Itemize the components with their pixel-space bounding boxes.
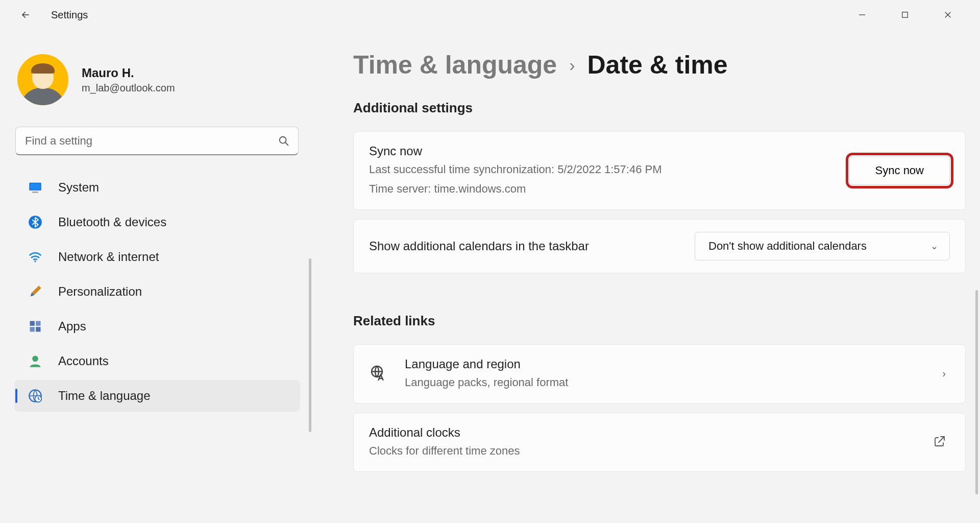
svg-rect-9 — [32, 192, 38, 193]
app-title: Settings — [51, 9, 88, 21]
user-name: Mauro H. — [82, 66, 175, 80]
additional-clocks-link[interactable]: Additional clocks Clocks for different t… — [353, 413, 966, 472]
breadcrumb-current: Date & time — [587, 50, 728, 80]
nav-list: System Bluetooth & devices Network & int… — [14, 172, 310, 415]
maximize-button[interactable] — [893, 7, 917, 23]
calendars-value: Don't show additional calendars — [708, 240, 867, 253]
sync-now-button[interactable]: Sync now — [849, 156, 950, 185]
language-region-title: Language and region — [405, 357, 927, 371]
search-box[interactable] — [15, 127, 299, 155]
search-icon — [278, 135, 289, 147]
section-related-links: Related links — [353, 313, 966, 329]
sidebar-item-label: System — [58, 180, 99, 195]
sidebar-item-label: Personalization — [58, 284, 142, 299]
svg-rect-15 — [36, 327, 40, 331]
calendars-label: Show additional calendars in the taskbar — [369, 239, 679, 253]
user-email: m_lab@outlook.com — [82, 82, 175, 94]
additional-clocks-title: Additional clocks — [369, 425, 918, 440]
language-region-sub: Language packs, regional format — [405, 374, 927, 391]
maximize-icon — [900, 10, 910, 19]
bluetooth-icon — [28, 215, 43, 230]
minimize-icon — [857, 10, 867, 19]
close-icon — [943, 10, 952, 19]
sidebar-item-time-language[interactable]: Time & language — [14, 380, 300, 412]
title-bar: Settings — [0, 0, 980, 30]
account-icon — [28, 353, 43, 369]
chevron-right-icon: › — [942, 368, 950, 379]
window-controls — [850, 7, 975, 23]
chevron-down-icon: ⌄ — [930, 241, 938, 252]
user-profile[interactable]: Mauro H. m_lab@outlook.com — [14, 54, 310, 127]
svg-line-6 — [285, 142, 288, 145]
sidebar-item-label: Accounts — [58, 354, 109, 368]
apps-icon — [28, 319, 43, 334]
svg-rect-2 — [902, 12, 908, 18]
svg-rect-8 — [30, 183, 41, 190]
sidebar-item-label: Apps — [58, 319, 86, 334]
clock-globe-icon — [28, 388, 43, 403]
chevron-right-icon: › — [569, 55, 575, 75]
sidebar-item-system[interactable]: System — [14, 172, 300, 203]
wifi-icon — [28, 249, 43, 265]
avatar — [17, 54, 68, 105]
open-external-icon — [934, 435, 950, 449]
svg-rect-14 — [30, 327, 35, 331]
content-scrollbar[interactable] — [975, 290, 978, 494]
paintbrush-icon — [28, 284, 43, 299]
sidebar-item-label: Bluetooth & devices — [58, 215, 166, 229]
sync-server: Time server: time.windows.com — [369, 181, 834, 197]
sidebar-item-accounts[interactable]: Accounts — [14, 345, 300, 377]
sidebar-item-label: Network & internet — [58, 250, 159, 264]
sidebar-item-bluetooth[interactable]: Bluetooth & devices — [14, 206, 300, 238]
sync-last: Last successful time synchronization: 5/… — [369, 161, 834, 178]
svg-rect-13 — [36, 321, 40, 326]
additional-clocks-sub: Clocks for different time zones — [369, 443, 918, 459]
sidebar-item-personalization[interactable]: Personalization — [14, 276, 300, 307]
search-input[interactable] — [15, 127, 299, 155]
back-button[interactable] — [15, 5, 36, 25]
sync-title: Sync now — [369, 144, 834, 158]
calendars-card: Show additional calendars in the taskbar… — [353, 219, 966, 273]
svg-point-16 — [32, 356, 38, 362]
close-button[interactable] — [936, 7, 960, 23]
content-area: Time & language › Date & time Additional… — [310, 30, 980, 523]
language-region-icon — [369, 364, 389, 384]
breadcrumb-parent[interactable]: Time & language — [353, 50, 557, 80]
minimize-button[interactable] — [850, 7, 874, 23]
sidebar-item-apps[interactable]: Apps — [14, 311, 300, 342]
calendars-dropdown[interactable]: Don't show additional calendars ⌄ — [695, 232, 950, 260]
sync-card: Sync now Last successful time synchroniz… — [353, 131, 966, 210]
breadcrumb: Time & language › Date & time — [353, 50, 966, 80]
language-region-link[interactable]: Language and region Language packs, regi… — [353, 344, 966, 403]
system-icon — [28, 180, 43, 195]
section-additional-settings: Additional settings — [353, 100, 966, 116]
arrow-left-icon — [21, 10, 30, 19]
sidebar: Mauro H. m_lab@outlook.com System Blue — [14, 30, 310, 523]
sidebar-item-network[interactable]: Network & internet — [14, 241, 300, 273]
svg-rect-12 — [30, 321, 35, 326]
svg-point-11 — [34, 260, 36, 262]
sidebar-item-label: Time & language — [58, 389, 151, 403]
